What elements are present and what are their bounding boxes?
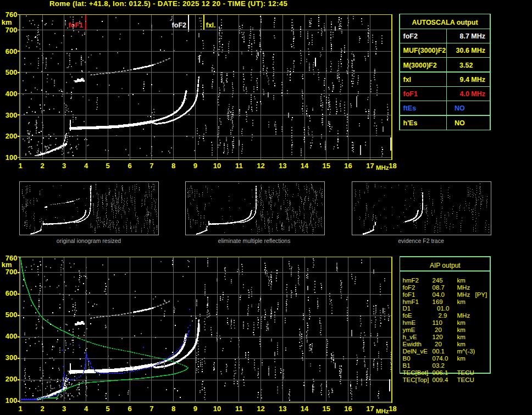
- svg-text:ftEs: ftEs: [403, 104, 417, 112]
- svg-text:NO: NO: [455, 104, 465, 112]
- svg-text:2: 2: [40, 405, 44, 413]
- svg-text:7: 7: [149, 405, 153, 413]
- svg-text:6: 6: [128, 162, 131, 170]
- svg-text:100: 100: [5, 153, 18, 162]
- svg-text:MUF(3000)F2: MUF(3000)F2: [403, 47, 446, 54]
- svg-text:17: 17: [366, 162, 374, 170]
- svg-text:300: 300: [5, 353, 18, 362]
- svg-text:hmF1: hmF1: [403, 298, 419, 305]
- svg-text:11: 11: [235, 162, 243, 170]
- svg-text:NO: NO: [455, 119, 465, 127]
- svg-text:200: 200: [5, 375, 18, 383]
- svg-text:15: 15: [323, 162, 330, 170]
- svg-text:hmF2: hmF2: [403, 277, 419, 284]
- svg-text:18: 18: [389, 405, 396, 413]
- svg-text:3.52: 3.52: [459, 62, 473, 69]
- svg-text:km: km: [457, 298, 465, 305]
- svg-text:14: 14: [301, 405, 309, 413]
- svg-text:3: 3: [62, 405, 66, 413]
- svg-text:foE: foE: [403, 312, 413, 319]
- svg-text:foF1: foF1: [69, 21, 83, 29]
- svg-text:B0: B0: [403, 355, 411, 362]
- svg-text:evidence F2 trace: evidence F2 trace: [398, 237, 444, 244]
- svg-text:400: 400: [5, 90, 18, 98]
- svg-text:km: km: [457, 355, 465, 362]
- svg-text:600: 600: [5, 47, 18, 56]
- svg-text:2: 2: [40, 162, 44, 170]
- svg-text:300: 300: [5, 111, 18, 119]
- svg-text:km: km: [457, 341, 465, 347]
- svg-text:TEC[Top]: TEC[Top]: [403, 377, 429, 383]
- svg-text:MHz: MHz: [376, 164, 389, 171]
- svg-text:400: 400: [5, 332, 18, 340]
- svg-text:15: 15: [323, 405, 330, 413]
- svg-text:AUTOSCALA output: AUTOSCALA output: [412, 19, 478, 26]
- svg-text:500: 500: [5, 68, 18, 76]
- svg-text:200: 200: [5, 132, 18, 140]
- svg-text:Rome (lat: +41.8, lon: 012.5): Rome (lat: +41.8, lon: 012.5) - DATE: 20…: [49, 0, 287, 8]
- svg-text:03.2: 03.2: [433, 362, 445, 369]
- svg-text:km: km: [2, 18, 12, 26]
- svg-text:8.7 MHz: 8.7 MHz: [459, 32, 485, 40]
- svg-text:4: 4: [84, 162, 88, 170]
- svg-text:100: 100: [5, 396, 18, 405]
- svg-text:TECU: TECU: [457, 377, 474, 383]
- svg-text:120: 120: [433, 334, 443, 340]
- svg-text:10: 10: [213, 162, 221, 170]
- svg-text:eliminate multiple reflections: eliminate multiple reflections: [218, 237, 291, 244]
- svg-text:MHz: MHz: [457, 284, 470, 291]
- svg-text:00.1: 00.1: [433, 348, 445, 355]
- svg-text:fxl: fxl: [403, 76, 412, 84]
- svg-text:TEC[Bot]: TEC[Bot]: [403, 369, 429, 376]
- svg-text:foF1: foF1: [403, 90, 418, 98]
- svg-text:DelN_vE: DelN_vE: [403, 348, 428, 355]
- svg-text:MHz: MHz: [457, 291, 470, 298]
- svg-text:h'Es: h'Es: [403, 119, 418, 127]
- svg-text:B1: B1: [403, 362, 411, 369]
- svg-text:8: 8: [171, 162, 175, 170]
- svg-text:10: 10: [213, 405, 221, 413]
- svg-text:[PY]: [PY]: [475, 291, 487, 298]
- svg-text:foF2: foF2: [172, 21, 186, 29]
- svg-text:006.1: 006.1: [433, 369, 448, 376]
- svg-text:m^(-3): m^(-3): [457, 348, 475, 355]
- svg-text:4: 4: [84, 405, 88, 413]
- svg-text:km: km: [457, 319, 465, 326]
- svg-text:30.6 MHz: 30.6 MHz: [456, 47, 486, 54]
- svg-text:245: 245: [433, 277, 443, 284]
- svg-text:km: km: [457, 327, 465, 333]
- svg-text:17: 17: [366, 405, 374, 413]
- svg-text:7: 7: [149, 162, 153, 170]
- svg-text:500: 500: [5, 311, 18, 319]
- svg-text:9.4 MHz: 9.4 MHz: [459, 76, 485, 84]
- svg-text:13: 13: [279, 162, 286, 170]
- svg-text:13: 13: [279, 405, 286, 413]
- svg-text:fxl.: fxl.: [206, 21, 216, 29]
- svg-text:ymE: ymE: [403, 327, 415, 333]
- svg-text:h_vE: h_vE: [403, 334, 418, 340]
- svg-text:5: 5: [106, 162, 110, 170]
- svg-text:original ionogram resized: original ionogram resized: [57, 237, 121, 244]
- svg-text:foF2: foF2: [403, 32, 418, 40]
- svg-text:D1: D1: [403, 305, 411, 312]
- svg-text:01.0: 01.0: [437, 305, 449, 312]
- svg-text:km: km: [457, 277, 465, 284]
- svg-text:12: 12: [257, 162, 264, 170]
- svg-text:700: 700: [5, 268, 18, 276]
- svg-text:1: 1: [19, 405, 23, 413]
- svg-text:04.0: 04.0: [433, 291, 445, 298]
- svg-text:8: 8: [171, 405, 175, 413]
- svg-text:700: 700: [5, 26, 18, 34]
- svg-text:5: 5: [106, 405, 110, 413]
- svg-text:009.4: 009.4: [433, 377, 448, 383]
- svg-text:11: 11: [235, 405, 243, 413]
- svg-text:km: km: [457, 334, 465, 340]
- svg-text:MHz: MHz: [457, 312, 470, 319]
- svg-text:12: 12: [257, 405, 264, 413]
- svg-text:169: 169: [433, 298, 443, 305]
- svg-text:110: 110: [433, 319, 442, 326]
- svg-text:20: 20: [435, 327, 442, 333]
- svg-text:hmE: hmE: [403, 319, 416, 326]
- svg-text:9: 9: [193, 405, 197, 413]
- svg-text:6: 6: [128, 405, 131, 413]
